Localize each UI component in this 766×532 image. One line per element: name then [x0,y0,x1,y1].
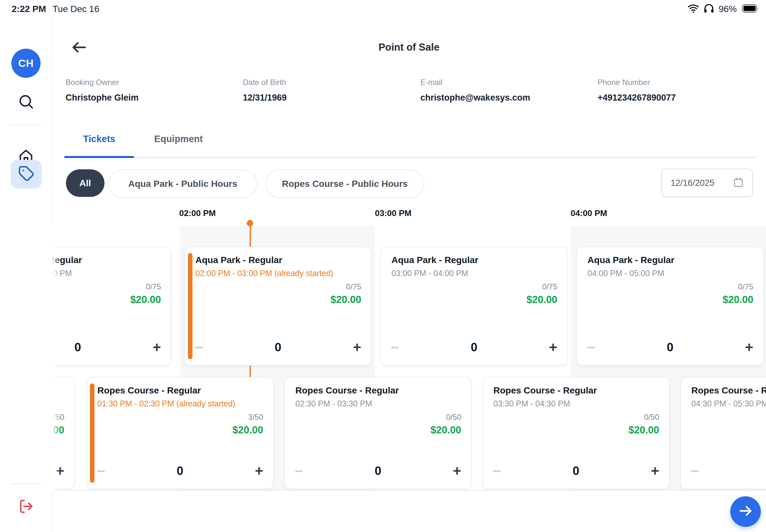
increment-button[interactable]: + [745,340,753,355]
increment-button[interactable]: + [255,464,263,478]
email-value: christophe@wakesys.com [420,93,530,103]
ticket-price: $20.00 [330,294,361,306]
ticket-capacity: 0/75 [542,282,557,291]
arrow-right-icon [737,503,754,520]
decrement-button[interactable]: − [195,340,203,355]
ticket-capacity: 0/75 [738,282,753,291]
filter-chip-ropes-course[interactable]: Ropes Course - Public Hours [265,169,424,198]
wifi-icon [687,3,699,16]
decrement-button[interactable]: − [691,464,699,478]
decrement-button[interactable]: − [493,464,501,478]
ticket-card: Ropes Course - Regular 02:30 PM - 03:30 … [284,377,472,489]
ticket-title: Ropes Course - Regular [691,385,766,396]
battery-icon [741,3,760,15]
ticket-title: Aqua Park - Regular [52,255,162,265]
dob-label: Date of Birth [243,78,286,87]
tag-icon [18,165,34,183]
avatar[interactable]: CH [11,49,41,78]
headphones-icon [703,3,715,16]
ticket-time: 04:00 PM - 05:00 PM [588,269,754,278]
ticket-card: Aqua Park - Regular 04:00 PM - 05:00 PM … [577,247,764,366]
sidebar-bottom-divider [10,483,42,484]
sidebar-item-tickets[interactable] [11,160,42,188]
tab-equipment[interactable]: Equipment [148,129,209,149]
hour-label: 03:00 PM [375,208,412,218]
hour-label: 02:00 PM [179,208,216,218]
filter-chip-all[interactable]: All [66,169,104,197]
tabs-active-indicator [64,156,134,158]
ticket-title: Ropes Course - Regular [295,385,462,396]
quantity-value: 0 [573,464,579,478]
started-indicator [90,383,94,483]
status-date: Tue Dec 16 [53,4,99,14]
footer-divider [52,490,766,491]
search-icon [18,93,34,111]
ticket-time: 01:00 PM - 02:00 PM [52,269,162,278]
logout-button[interactable] [16,497,36,517]
ticket-price: $20.00 [232,424,263,436]
point-of-sale-screen: 2:22 PM Tue Dec 16 96% [0,0,766,532]
phone-field: Phone Number +491234267890077 [598,78,676,103]
booking-owner-label: Booking Owner [66,78,139,87]
ticket-time: 01:30 PM - 02:30 PM (already started) [97,399,264,408]
ticket-capacity: 0/50 [644,413,659,422]
ticket-time: 03:30 PM - 04:30 PM [493,399,660,408]
quantity-stepper: − 0 + [587,338,753,357]
quantity-stepper: − 0 + [295,462,461,480]
ticket-time: 02:30 PM - 03:30 PM [295,399,462,408]
increment-button[interactable]: + [152,340,161,355]
ticket-time: 04:30 PM - 05:30 PM [691,399,766,408]
quantity-stepper: − 0 + [691,462,766,480]
hour-label: 04:00 PM [571,208,607,218]
quantity-value: 0 [274,341,281,354]
quantity-stepper: − 0 + [391,338,557,357]
calendar-icon [733,177,744,189]
ticket-card: Aqua Park - Regular 01:00 PM - 02:00 PM … [52,247,171,366]
battery-percent: 96% [719,4,737,14]
ticket-price: $20.00 [431,424,461,436]
dob-value: 12/31/1969 [243,93,286,103]
decrement-button[interactable]: − [587,340,595,355]
ticket-card: Ropes Course - Regular 03:30 PM - 04:30 … [482,377,670,489]
search-button[interactable] [16,92,36,112]
increment-button[interactable]: + [353,340,361,355]
ticket-price: $20.00 [130,294,161,306]
logout-icon [18,499,34,515]
next-button[interactable] [730,496,761,527]
started-indicator [188,253,192,359]
decrement-button[interactable]: − [97,464,105,478]
ticket-time: 02:00 PM - 03:00 PM (already started) [195,269,362,278]
quantity-value: 0 [374,464,381,478]
increment-button[interactable]: + [549,340,557,355]
quantity-stepper: − 0 + [97,462,263,480]
ticket-title: Ropes Course - Regular [97,385,264,396]
decrement-button[interactable]: − [295,464,303,478]
email-field: E-mail christophe@wakesys.com [420,78,530,103]
increment-button[interactable]: + [651,464,659,478]
phone-value: +491234267890077 [598,93,676,103]
quantity-stepper: − 0 + [493,462,659,480]
booking-owner-value: Christophe Gleim [66,93,139,103]
booking-owner-field: Booking Owner Christophe Gleim [66,78,139,103]
date-value: 12/16/2025 [671,178,714,188]
ticket-capacity: 0/75 [146,282,161,291]
ticket-capacity: 0/50 [446,413,461,422]
ticket-card: Aqua Park - Regular 02:00 PM - 03:00 PM … [184,247,371,366]
dob-field: Date of Birth 12/31/1969 [243,78,286,103]
ticket-capacity: 0/75 [346,282,361,291]
quantity-value: 0 [176,464,183,478]
quantity-stepper: − 0 + [52,338,161,357]
decrement-button[interactable]: − [391,340,399,355]
tab-tickets[interactable]: Tickets [64,129,134,149]
filter-chip-aqua-park[interactable]: Aqua Park - Public Hours [108,169,257,198]
ticket-title: Aqua Park - Regular [392,255,558,265]
current-time-dot [247,220,253,226]
ticket-card: Aqua Park - Regular 03:00 PM - 04:00 PM … [380,247,568,366]
ticket-capacity: 3/50 [248,413,263,422]
increment-button[interactable]: + [453,464,461,478]
ticket-title: Aqua Park - Regular [195,255,362,265]
date-picker[interactable]: 12/16/2025 [662,169,753,197]
quantity-value: 0 [471,341,478,354]
ticket-card: Ropes Course - Regular 01:30 PM - 02:30 … [86,377,273,489]
email-label: E-mail [420,78,530,87]
